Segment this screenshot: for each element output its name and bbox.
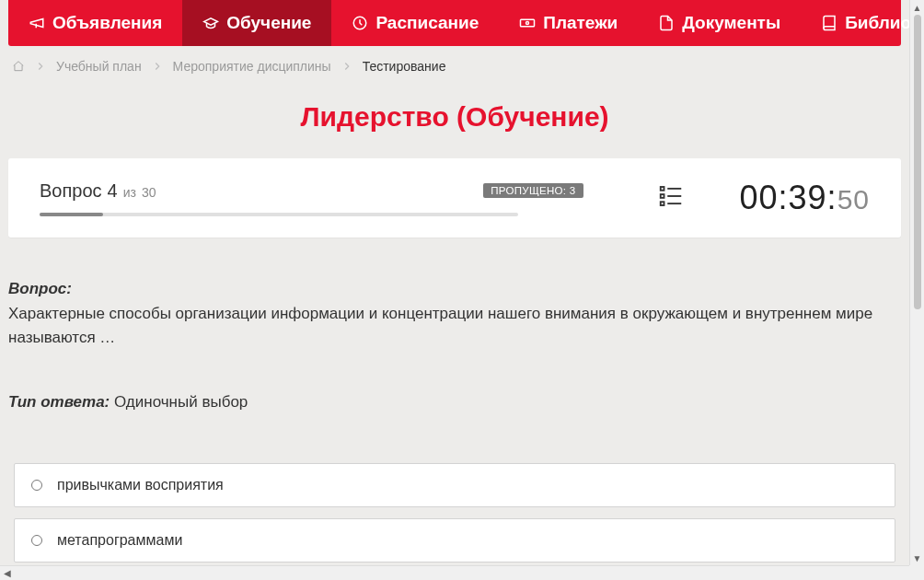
- question-label: Вопрос:: [8, 280, 72, 297]
- skipped-badge: ПРОПУЩЕНО: 3: [483, 183, 583, 198]
- chevron-right-icon: [341, 60, 353, 73]
- radio-icon: [31, 480, 42, 491]
- chevron-right-icon: [151, 60, 164, 73]
- page-title: Лидерство (Обучение): [8, 101, 901, 133]
- nav-item-label: Расписание: [375, 13, 479, 33]
- scroll-area[interactable]: Объявления Обучение Расписание: [0, 0, 909, 565]
- option-text: метапрограммами: [57, 532, 182, 549]
- main-navbar: Объявления Обучение Расписание: [8, 0, 901, 46]
- nav-documents[interactable]: Документы: [638, 0, 801, 46]
- breadcrumb-item[interactable]: Учебный план: [56, 59, 142, 74]
- question-total: 30: [142, 185, 156, 200]
- progress-fill: [40, 213, 103, 216]
- chevron-right-icon: [34, 60, 47, 73]
- nav-library[interactable]: Библиотека: [801, 0, 909, 46]
- nav-announcements[interactable]: Объявления: [8, 0, 182, 46]
- svg-rect-1: [521, 19, 535, 27]
- option-text: привычками восприятия: [57, 477, 224, 493]
- vertical-scrollbar[interactable]: ▲ ▼: [909, 0, 924, 565]
- nav-education[interactable]: Обучение: [182, 0, 331, 46]
- clock-icon: [352, 15, 368, 31]
- svg-rect-5: [660, 194, 664, 198]
- file-icon: [658, 15, 675, 31]
- question-text: Характерные способы организации информац…: [8, 302, 901, 351]
- answer-type-value: Одиночный выбор: [114, 393, 248, 411]
- scroll-left-arrow-icon[interactable]: ◀: [0, 566, 15, 581]
- graduation-cap-icon: [202, 15, 219, 31]
- svg-point-2: [526, 22, 529, 25]
- home-icon[interactable]: [12, 60, 25, 73]
- breadcrumb-item[interactable]: Мероприятие дисциплины: [173, 59, 331, 74]
- nav-schedule[interactable]: Расписание: [331, 0, 499, 46]
- scroll-thumb[interactable]: [914, 15, 921, 309]
- nav-item-label: Платежи: [543, 13, 618, 33]
- nav-item-label: Обучение: [226, 13, 311, 33]
- nav-item-label: Библиотека: [845, 13, 909, 33]
- breadcrumb: Учебный план Мероприятие дисциплины Тест…: [8, 46, 901, 83]
- question-progress-card: Вопрос 4 из 30 ПРОПУЩЕНО: 3: [8, 158, 901, 238]
- answer-option[interactable]: метапрограммами: [14, 518, 895, 563]
- timer-ms: 50: [837, 184, 870, 215]
- megaphone-icon: [29, 15, 45, 31]
- question-of-word: из: [123, 185, 136, 200]
- timer: 00:39:50: [740, 179, 870, 217]
- question-word: Вопрос: [40, 180, 102, 202]
- horizontal-scrollbar[interactable]: ◀ ▶: [0, 565, 924, 580]
- answer-option[interactable]: привычками восприятия: [14, 463, 895, 507]
- question-number: 4: [108, 180, 118, 202]
- scroll-corner: [909, 565, 924, 580]
- radio-icon: [31, 535, 42, 546]
- banknote-icon: [519, 15, 536, 31]
- nav-item-label: Объявления: [52, 13, 162, 33]
- timer-main: 00:39:: [740, 179, 837, 216]
- book-icon: [821, 15, 837, 31]
- question-list-icon[interactable]: [657, 197, 685, 213]
- nav-payments[interactable]: Платежи: [499, 0, 638, 46]
- breadcrumb-item-current: Тестирование: [363, 59, 446, 74]
- nav-item-label: Документы: [682, 13, 780, 33]
- scroll-up-arrow-icon[interactable]: ▲: [910, 0, 925, 15]
- svg-rect-3: [660, 187, 664, 191]
- scroll-down-arrow-icon[interactable]: ▼: [910, 551, 925, 565]
- progress-bar: [40, 213, 518, 216]
- answer-type-label: Тип ответа:: [8, 393, 110, 411]
- svg-rect-7: [660, 202, 664, 205]
